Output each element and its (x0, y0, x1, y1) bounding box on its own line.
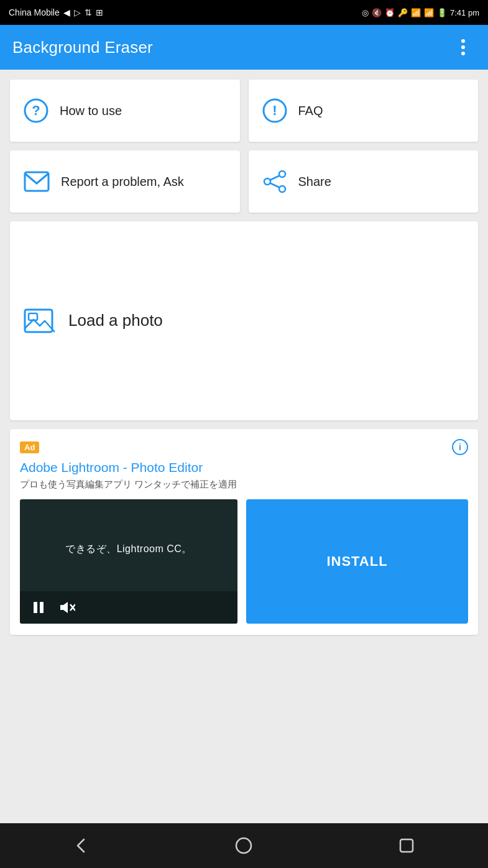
ad-bottom: できるぞ、Lightroom CC。 (20, 499, 468, 624)
ad-info-icon[interactable]: i (452, 439, 468, 455)
top-actions-grid: ? How to use ! FAQ (10, 80, 478, 142)
carrier-text: China Mobile (9, 7, 60, 17)
wifi-strength-icon: 📶 (411, 8, 421, 17)
bottom-actions-grid: Report a problem, Ask Share (10, 150, 478, 213)
status-bar: China Mobile ◀ ▷ ⇅ ⊞ ◎ 🔇 ⏰ 🔑 📶 📶 🔋 7:41 … (0, 0, 488, 25)
signal-strength-icon: 📶 (424, 8, 434, 17)
how-to-use-label: How to use (60, 103, 122, 119)
key-icon: 🔑 (398, 8, 408, 17)
arrows-icon: ⇅ (85, 7, 92, 17)
overflow-menu-button[interactable] (451, 35, 476, 60)
share-icon (262, 169, 287, 194)
alarm-icon: ⏰ (385, 8, 395, 17)
svg-text:?: ? (32, 103, 40, 118)
faq-label: FAQ (298, 103, 323, 119)
faq-button[interactable]: ! FAQ (249, 80, 479, 142)
share-button[interactable]: Share (249, 150, 479, 213)
ad-title[interactable]: Adobe Lightroom - Photo Editor (20, 460, 468, 475)
load-photo-label: Load a photo (68, 310, 163, 331)
wifi-icon: ⊞ (96, 7, 103, 17)
report-label: Report a problem, Ask (61, 173, 184, 190)
svg-text:!: ! (272, 103, 277, 118)
photo-icon (24, 305, 56, 337)
svg-point-20 (236, 838, 251, 853)
share-label: Share (298, 173, 331, 190)
ad-video-text: できるぞ、Lightroom CC。 (20, 543, 237, 556)
ad-card: Ad i Adobe Lightroom - Photo Editor プロも使… (10, 429, 478, 635)
time-text: 7:41 pm (450, 8, 479, 17)
svg-rect-16 (40, 602, 44, 613)
report-problem-button[interactable]: Report a problem, Ask (10, 150, 240, 213)
install-button[interactable]: INSTALL (246, 499, 468, 624)
app-bar: Background Eraser (0, 25, 488, 70)
main-content: ? How to use ! FAQ (0, 70, 488, 823)
recents-button[interactable] (388, 827, 425, 864)
svg-rect-21 (400, 839, 413, 852)
home-button[interactable] (225, 827, 262, 864)
status-bar-right: ◎ 🔇 ⏰ 🔑 📶 📶 🔋 7:41 pm (362, 8, 479, 17)
svg-point-10 (264, 178, 270, 185)
svg-point-0 (461, 39, 465, 43)
svg-point-2 (461, 52, 465, 55)
svg-point-9 (279, 186, 285, 192)
ad-subtitle: プロも使う写真編集アプリ ワンタッチで補正を適用 (20, 479, 468, 491)
how-to-use-button[interactable]: ? How to use (10, 80, 240, 142)
svg-line-12 (270, 183, 279, 188)
email-icon (24, 171, 50, 192)
bottom-navigation (0, 823, 488, 868)
mute-icon: 🔇 (372, 8, 382, 17)
info-circle-icon: ! (262, 98, 287, 123)
battery-icon: 🔋 (437, 8, 447, 17)
data-icon: ▷ (74, 7, 81, 17)
ad-video-controls (20, 591, 237, 624)
svg-line-11 (270, 176, 279, 180)
pause-button[interactable] (29, 598, 48, 617)
location-icon: ◎ (362, 8, 369, 17)
mute-button[interactable] (57, 598, 77, 617)
ad-video[interactable]: できるぞ、Lightroom CC。 (20, 499, 237, 624)
svg-point-1 (461, 45, 465, 49)
svg-rect-15 (34, 602, 37, 613)
ad-header: Ad i (20, 439, 468, 455)
svg-marker-17 (60, 602, 68, 613)
back-button[interactable] (63, 827, 100, 864)
svg-point-8 (279, 171, 285, 177)
svg-rect-7 (25, 172, 48, 191)
question-icon: ? (24, 98, 48, 123)
signal-icon: ◀ (63, 7, 70, 17)
status-bar-left: China Mobile ◀ ▷ ⇅ ⊞ (9, 7, 103, 17)
ad-badge: Ad (20, 441, 39, 453)
app-title: Background Eraser (12, 38, 153, 57)
load-photo-button[interactable]: Load a photo (10, 221, 478, 420)
